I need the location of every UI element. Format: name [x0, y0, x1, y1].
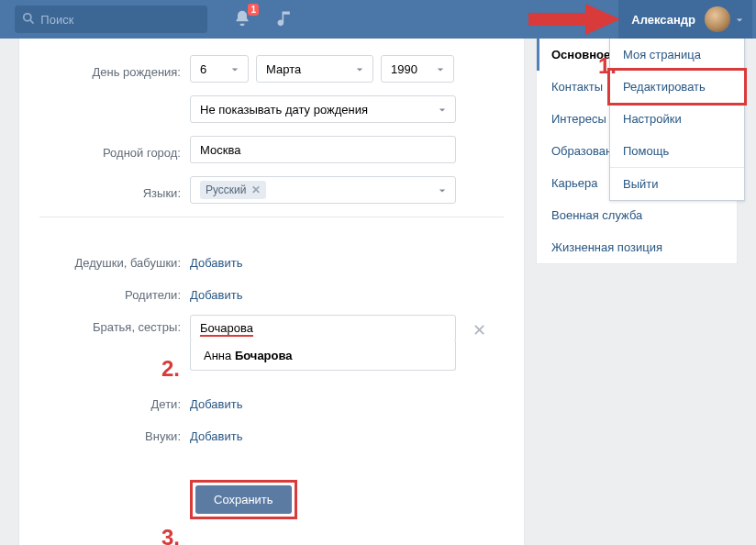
row-siblings: Братья, сестры: Бочарова Анна Бочарова ✕ — [19, 315, 504, 342]
label-hometown: Родной город: — [19, 140, 190, 160]
chevron-down-icon — [437, 62, 444, 76]
label-languages: Языки: — [19, 181, 190, 200]
topbar: 1 Александр — [0, 0, 756, 39]
remove-sibling-icon[interactable]: ✕ — [472, 317, 486, 340]
select-birth-month-value: Марта — [266, 62, 301, 76]
chevron-down-icon — [439, 103, 446, 117]
menu-item-help[interactable]: Помощь — [610, 135, 744, 167]
notify-badge: 1 — [248, 4, 259, 16]
input-hometown[interactable]: Москва — [190, 136, 456, 163]
row-grandchildren: Внуки: Добавить — [19, 424, 504, 443]
label-children: Дети: — [19, 392, 190, 411]
add-children-link[interactable]: Добавить — [190, 392, 242, 411]
select-birth-year[interactable]: 1990 — [381, 55, 454, 83]
row-parents: Родители: Добавить — [19, 283, 504, 302]
select-birth-year-value: 1990 — [391, 62, 417, 76]
profile-form-panel: День рождения: 6 Марта 1990 — [18, 39, 525, 545]
row-hometown: Родной город: Москва — [19, 136, 504, 163]
user-dropdown: Моя страница Редактировать Настройки Пом… — [609, 39, 745, 201]
add-grandparents-link[interactable]: Добавить — [190, 250, 242, 270]
avatar — [705, 6, 730, 32]
lang-chip-text: Русский — [206, 184, 247, 196]
label-siblings: Братья, сестры: — [19, 315, 190, 334]
input-hometown-value: Москва — [200, 143, 240, 157]
chevron-down-icon — [356, 62, 363, 76]
divider — [39, 217, 504, 217]
label-parents: Родители: — [19, 283, 190, 302]
annotation-box-save: Сохранить — [190, 480, 297, 519]
nav-item-life-position[interactable]: Жизненная позиция — [537, 231, 737, 263]
select-languages[interactable]: Русский ✕ — [190, 176, 456, 204]
siblings-suggestion[interactable]: Анна Бочарова — [190, 341, 456, 371]
label-birthday: День рождения: — [19, 60, 190, 79]
menu-item-my-page[interactable]: Моя страница — [610, 39, 744, 71]
chip-remove-icon[interactable]: ✕ — [251, 184, 261, 196]
suggest-bold: Бочарова — [235, 349, 293, 362]
search-input[interactable] — [40, 13, 200, 27]
music-icon — [275, 9, 294, 28]
user-name: Александр — [631, 13, 695, 27]
chevron-down-icon — [439, 184, 446, 197]
select-birth-day[interactable]: 6 — [190, 55, 249, 83]
suggest-prefix: Анна — [204, 349, 235, 362]
nav-item-military[interactable]: Военная служба — [537, 199, 737, 231]
menu-item-edit[interactable]: Редактировать — [607, 68, 747, 106]
top-icons: 1 — [233, 9, 294, 30]
row-grandparents: Дедушки, бабушки: Добавить — [19, 250, 504, 270]
search-box[interactable] — [15, 6, 207, 33]
row-languages: Языки: Русский ✕ — [19, 176, 504, 204]
menu-item-settings[interactable]: Настройки — [610, 103, 744, 135]
chevron-down-icon — [231, 62, 239, 76]
row-children: Дети: Добавить — [19, 392, 504, 411]
select-birth-month[interactable]: Марта — [256, 55, 373, 83]
chevron-down-icon — [736, 13, 743, 27]
lang-chip: Русский ✕ — [200, 181, 266, 199]
input-siblings-value: Бочарова — [200, 321, 253, 337]
add-parents-link[interactable]: Добавить — [190, 283, 242, 302]
row-hide-birthday: Не показывать дату рождения — [19, 95, 504, 123]
select-birth-day-value: 6 — [200, 62, 206, 76]
save-button[interactable]: Сохранить — [195, 485, 292, 514]
label-grandchildren: Внуки: — [19, 424, 190, 443]
svg-point-0 — [24, 14, 31, 21]
menu-item-logout[interactable]: Выйти — [610, 167, 744, 200]
save-row: Сохранить — [19, 480, 504, 519]
music-button[interactable] — [275, 9, 294, 30]
select-birthday-visibility-value: Не показывать дату рождения — [200, 103, 368, 117]
row-birthday: День рождения: 6 Марта 1990 — [19, 55, 504, 83]
user-menu-button[interactable]: Александр — [618, 0, 752, 39]
annotation-number-3: 3. — [161, 525, 180, 545]
input-siblings[interactable]: Бочарова — [190, 315, 456, 342]
notifications-button[interactable]: 1 — [233, 9, 251, 30]
search-icon — [22, 12, 35, 27]
select-birthday-visibility[interactable]: Не показывать дату рождения — [190, 95, 456, 123]
svg-line-1 — [30, 20, 34, 24]
add-grandchildren-link[interactable]: Добавить — [190, 424, 242, 443]
label-grandparents: Дедушки, бабушки: — [19, 250, 190, 270]
